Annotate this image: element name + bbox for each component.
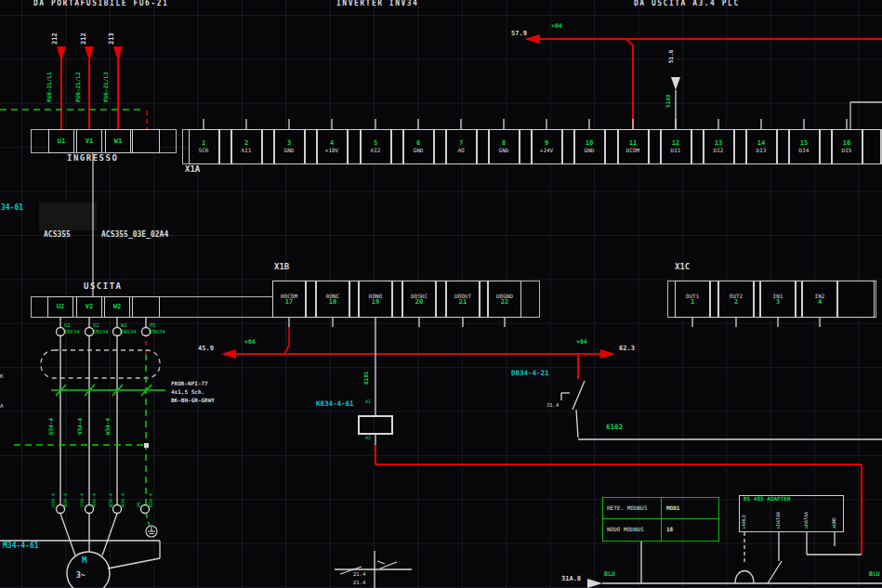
wire-number: 213: [109, 24, 116, 45]
terminal-spacer: [862, 129, 882, 164]
terminal-tag: M34-4: [149, 479, 154, 507]
connection-points: [57, 328, 151, 514]
modbus-row-value: 18: [666, 526, 673, 532]
wire-name: W34-4: [105, 398, 112, 435]
wire-color: BLU: [869, 571, 880, 578]
terminal-GND: 3GND: [274, 129, 305, 164]
device-tag: INV34: [121, 329, 137, 334]
modbus-row-label: RETE. MODBUS: [607, 504, 647, 511]
terminal-RONO: RONO19: [359, 281, 392, 318]
rs485-title: RS 485 ADAPTER: [744, 496, 791, 503]
wire-name: 5149: [665, 82, 672, 108]
motor-m: M: [82, 556, 86, 566]
terminal-tag: M34-4: [63, 479, 69, 507]
terminal-GND: 6GND: [403, 129, 434, 164]
wire-name: +04: [551, 23, 562, 30]
uscita-label: USCITA: [84, 282, 123, 292]
wire-number: 212: [52, 24, 59, 45]
coil-device-tag: K834-4-61: [316, 400, 354, 408]
cross-ref: 45.9: [198, 346, 214, 353]
wire-tag: W2: [121, 322, 127, 328]
terminal-AO: 7AO: [446, 129, 477, 164]
terminal-DI1: 12DI1: [661, 129, 691, 164]
modbus-row-label: NODO MODBUS: [607, 526, 644, 532]
terminal-spacer: [777, 129, 789, 164]
x1b-title: X1B: [274, 263, 289, 272]
top-plc-bus: [524, 34, 882, 130]
rs485-terminal: DATAA: [804, 503, 810, 526]
terminal-ROCOM: ROCOM17: [272, 281, 306, 318]
terminal-spacer: [649, 129, 661, 164]
terminal-spacer: [710, 281, 718, 318]
terminal-SCR: 1SCR: [189, 129, 219, 164]
terminal-DOGND: DOGND22: [488, 281, 521, 318]
device-tag: INV34: [93, 329, 109, 334]
terminal-spacer: [605, 129, 618, 164]
contact-device-tag: D834-4-21: [511, 370, 549, 377]
terminal-DOOUT: DOOUT21: [446, 281, 480, 318]
cable-section: 4x1,5 Sch.: [171, 389, 204, 396]
cross-ref: 21.4: [353, 571, 365, 577]
terminal-spacer: [754, 281, 760, 318]
schematic-canvas[interactable]: DA PORTAFUSIBILE FU6-21 INVERTER INV34 D…: [0, 0, 882, 588]
rs485-pin: 4: [833, 524, 836, 529]
x1a-title: X1A: [185, 165, 200, 175]
header-right: DA USCITA A3.4 PLC: [634, 0, 740, 8]
inverter-name: ACS355: [44, 231, 71, 240]
terminal-IN1: IN13: [760, 281, 796, 318]
terminal-OUT2: OUT22: [718, 281, 754, 318]
cross-ref: 31A.8: [561, 576, 581, 583]
fuse-wire-label: FU6-21/L1: [46, 56, 53, 102]
cross-ref: 51.6: [668, 41, 675, 63]
terminal-spacer: [349, 281, 359, 318]
relay-coil-branch: [359, 327, 392, 445]
terminal-DI3: 14DI3: [746, 129, 777, 164]
terminal-OUT1: OUT11: [675, 281, 710, 318]
terminal-earth: [132, 296, 160, 318]
cable-colors: BK-BN-GR-GRWY: [171, 398, 215, 404]
header-center: INVERTER INV34: [336, 0, 418, 8]
modbus-row-value: MOD1: [666, 504, 679, 511]
rs485-pin: 2: [777, 524, 780, 529]
terminal-spacer: [391, 129, 403, 164]
cross-ref: 57.9: [511, 31, 527, 38]
terminal-spacer: [820, 129, 832, 164]
terminal-DI4: 15DI4: [789, 129, 820, 164]
terminal-DOSRC: DOSRC20: [402, 281, 436, 318]
pe-node: [144, 443, 149, 448]
terminal-GND: 8GND: [489, 129, 520, 164]
device-tag: INV34: [64, 329, 80, 334]
wire-number: 212: [81, 24, 88, 45]
rs485-terminal: SHLD: [742, 503, 747, 526]
wire-tag: U34-4: [51, 479, 57, 507]
terminal-RONC: RONC18: [316, 281, 349, 318]
motor-earth-icon: [146, 526, 157, 537]
rs485-terminal: DATAB: [776, 503, 782, 526]
coil-terminal: A2: [365, 436, 371, 441]
motor-phases: 3~: [76, 572, 86, 581]
terminal-spacer: [691, 129, 704, 164]
inverter-type: ACS355_03E_02A4: [101, 231, 168, 240]
terminal-earth: [132, 129, 160, 153]
pe-green-dashed: [0, 110, 165, 526]
rs485-pin: 3: [805, 524, 808, 529]
terminal-AI1: 2AI1: [231, 129, 262, 164]
terminal-AI2: 5AI2: [361, 129, 391, 164]
terminal-spacer: [305, 129, 317, 164]
x1c-title: X1C: [675, 263, 690, 272]
terminal-spacer: [480, 281, 488, 318]
clipped-text: A: [0, 403, 4, 410]
wire-name: U34-4: [48, 398, 55, 435]
terminal-V2: V2: [76, 296, 102, 318]
terminal-spacer: [262, 129, 274, 164]
motor-device-tag: M34-4-61: [3, 542, 39, 551]
wire-tag: PE: [150, 322, 156, 328]
terminal-+24V: 9+24V: [532, 129, 562, 164]
terminal-DI2: 13DI2: [704, 129, 734, 164]
cross-ref: 62.3: [619, 346, 635, 353]
terminal-spacer: [837, 281, 875, 318]
terminal-+10V: 4+10V: [317, 129, 348, 164]
rs485-terminal: GND: [832, 503, 837, 526]
wire-tag: V2: [93, 322, 99, 328]
fuse-wire-label: FU6-21/L3: [103, 56, 110, 102]
